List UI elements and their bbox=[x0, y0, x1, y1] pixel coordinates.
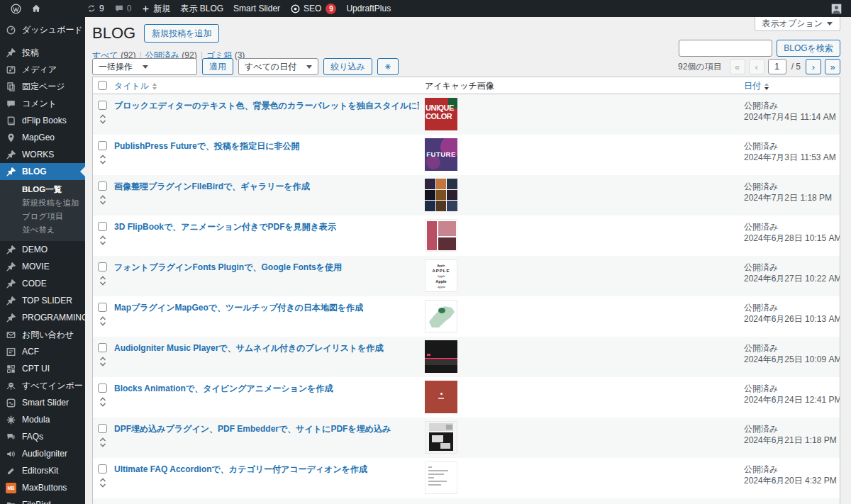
screen-options-button[interactable]: 表示オプション bbox=[755, 17, 840, 31]
featured-image-faq-text[interactable] bbox=[425, 461, 457, 494]
last-page-button[interactable]: » bbox=[825, 59, 840, 74]
sort-handle-icon[interactable] bbox=[99, 113, 107, 125]
sidebar-item-audioigniter[interactable]: AudioIgniter bbox=[0, 445, 85, 462]
sort-handle-icon[interactable] bbox=[99, 154, 107, 165]
row-checkbox[interactable] bbox=[98, 464, 107, 474]
adminbar-smart-slider[interactable]: Smart Slider bbox=[228, 0, 285, 17]
sidebar-item-posts[interactable]: 投稿 bbox=[0, 44, 85, 61]
submenu-item-reorder[interactable]: 並べ替え bbox=[0, 223, 85, 237]
row-checkbox[interactable] bbox=[98, 424, 107, 433]
post-title-link[interactable]: 3D FlipBookで、アニメーション付きでPDFを見開き表示 bbox=[114, 221, 336, 233]
sidebar-item-smart-slider[interactable]: Smart Slider bbox=[0, 394, 85, 411]
sidebar-item-editorskit[interactable]: EditorsKit bbox=[0, 462, 85, 479]
search-input[interactable] bbox=[679, 40, 772, 57]
post-title-link[interactable]: AudioIgniter Music Playerで、サムネイル付きのプレイリス… bbox=[114, 342, 384, 354]
sort-handle-icon[interactable] bbox=[99, 437, 107, 448]
submenu-item-blog-list[interactable]: BLOG一覧 bbox=[0, 183, 85, 196]
post-title-link[interactable]: フォントプラグインFonts Pluginで、Google Fontsを使用 bbox=[114, 262, 342, 274]
sidebar-item-demo[interactable]: DEMO bbox=[0, 241, 85, 258]
wordpress-logo-icon[interactable] bbox=[6, 0, 26, 17]
filter-button[interactable]: 絞り込み bbox=[323, 58, 372, 75]
search-button[interactable]: BLOGを検索 bbox=[777, 40, 840, 57]
row-checkbox[interactable] bbox=[98, 101, 107, 110]
sidebar-item-programming[interactable]: PROGRAMMING bbox=[0, 309, 85, 326]
post-title-link[interactable]: Ultimate FAQ Accordionで、カテゴリー付アコーディオンを作成 bbox=[114, 464, 367, 476]
sidebar-item-comments[interactable]: コメント bbox=[0, 95, 85, 112]
row-checkbox[interactable] bbox=[98, 262, 107, 271]
row-checkbox[interactable] bbox=[98, 343, 107, 352]
featured-image-pdf-viewer[interactable] bbox=[425, 421, 457, 454]
sidebar-item-filebird[interactable]: FileBird bbox=[0, 496, 85, 504]
date-filter-select[interactable]: すべての日付 bbox=[238, 58, 318, 75]
post-title-link[interactable]: 画像整理プラグインFileBirdで、ギャラリーを作成 bbox=[114, 181, 310, 193]
sort-handle-icon[interactable] bbox=[99, 477, 107, 488]
sort-handle-icon[interactable] bbox=[99, 315, 107, 327]
post-title-link[interactable]: DPF埋め込みプラグイン、PDF Embedderで、サイトにPDFを埋め込み bbox=[114, 423, 391, 435]
post-title-link[interactable]: Blocks Animationで、タイピングアニメーションを作成 bbox=[114, 383, 333, 395]
post-title-link[interactable]: MapプラグインMapGeoで、ツールチップ付きの日本地図を作成 bbox=[114, 302, 363, 314]
pages-icon bbox=[6, 82, 16, 92]
sidebar-item-cpt-ui[interactable]: CPT UI bbox=[0, 360, 85, 377]
sidebar-item-code[interactable]: CODE bbox=[0, 275, 85, 292]
sort-handle-icon[interactable] bbox=[99, 275, 107, 286]
adminbar-updates[interactable]: 9 bbox=[82, 0, 109, 17]
sidebar-item-contact[interactable]: お問い合わせ bbox=[0, 326, 85, 343]
current-page-input[interactable] bbox=[768, 59, 786, 74]
featured-image-typing-animation[interactable] bbox=[425, 381, 457, 413]
submenu-item-add-new[interactable]: 新規投稿を追加 bbox=[0, 196, 85, 210]
sort-by-title[interactable]: タイトル bbox=[114, 80, 157, 92]
post-title-link[interactable]: ブロックエディターのテキスト色、背景色のカラーパレットを独自スタイルに変更 bbox=[114, 100, 419, 112]
plus-icon bbox=[141, 4, 150, 13]
table-row: Blocks Animationで、タイピングアニメーションを作成 公開済み 2… bbox=[93, 377, 840, 418]
row-checkbox[interactable] bbox=[98, 383, 107, 393]
select-all-checkbox[interactable] bbox=[98, 81, 107, 90]
sidebar-item-mapgeo[interactable]: MapGeo bbox=[0, 129, 85, 146]
adminbar-comments[interactable]: 0 bbox=[109, 0, 137, 17]
featured-image-japan-map[interactable] bbox=[425, 300, 457, 332]
sidebar-item-movie[interactable]: MOVIE bbox=[0, 258, 85, 275]
post-title-link[interactable]: PublishPress Futureで、投稿を指定日に非公開 bbox=[114, 140, 300, 152]
row-checkbox[interactable] bbox=[98, 303, 107, 312]
sort-handle-icon[interactable] bbox=[99, 194, 107, 206]
featured-image-unique-color[interactable]: UNIQUECOLOR bbox=[425, 98, 457, 130]
prev-page-button[interactable]: ‹ bbox=[749, 59, 764, 74]
sidebar-item-maxbuttons[interactable]: MBMaxButtons bbox=[0, 479, 85, 496]
featured-image-gallery-grid[interactable] bbox=[425, 179, 457, 211]
row-checkbox[interactable] bbox=[98, 181, 107, 191]
settings-button[interactable] bbox=[377, 58, 399, 75]
sidebar-item-media[interactable]: メディア bbox=[0, 61, 85, 78]
next-page-button[interactable]: › bbox=[806, 59, 821, 74]
featured-image-future[interactable]: FUTURE bbox=[425, 138, 457, 171]
sort-by-date[interactable]: 日付 bbox=[744, 80, 769, 92]
sidebar-item-dflip-books[interactable]: dFlip Books bbox=[0, 112, 85, 129]
add-new-post-button[interactable]: 新規投稿を追加 bbox=[144, 24, 219, 43]
home-icon[interactable] bbox=[26, 0, 46, 17]
sort-handle-icon[interactable] bbox=[99, 396, 107, 408]
adminbar-seo[interactable]: SEO 9 bbox=[285, 0, 341, 17]
adminbar-view-blog[interactable]: 表示 BLOG bbox=[175, 0, 228, 17]
sidebar-item-pages[interactable]: 固定ページ bbox=[0, 78, 85, 95]
sidebar-item-dashboard[interactable]: ダッシュボード bbox=[0, 21, 85, 38]
adminbar-updraftplus[interactable]: UpdraftPlus bbox=[341, 0, 396, 17]
sidebar-item-label: コメント bbox=[22, 98, 57, 110]
sidebar-item-blog[interactable]: BLOG bbox=[0, 163, 85, 180]
bulk-actions-select[interactable]: 一括操作 bbox=[92, 58, 197, 75]
submenu-item-blog-terms[interactable]: ブログ項目 bbox=[0, 210, 85, 223]
adminbar-account[interactable] bbox=[828, 3, 845, 15]
sidebar-item-top-slider[interactable]: TOP SLIDER bbox=[0, 292, 85, 309]
sort-handle-icon[interactable] bbox=[99, 356, 107, 367]
featured-image-photo-collage[interactable] bbox=[425, 219, 457, 252]
row-checkbox[interactable] bbox=[98, 141, 107, 150]
sidebar-item-import-all[interactable]: すべてインポート bbox=[0, 377, 85, 394]
sort-handle-icon[interactable] bbox=[99, 235, 107, 246]
sidebar-item-acf[interactable]: ACF bbox=[0, 343, 85, 360]
first-page-button[interactable]: « bbox=[730, 59, 745, 74]
adminbar-new[interactable]: 新規 bbox=[136, 0, 175, 17]
sidebar-item-works[interactable]: WORKS bbox=[0, 146, 85, 163]
featured-image-music-player[interactable] bbox=[425, 340, 457, 373]
apply-button[interactable]: 適用 bbox=[202, 58, 233, 75]
row-checkbox[interactable] bbox=[98, 222, 107, 231]
featured-image-font-samples[interactable]: AppleAPPLEAppleAppleApple bbox=[425, 259, 457, 292]
sidebar-item-faqs[interactable]: FAQs bbox=[0, 428, 85, 445]
sidebar-item-modula[interactable]: Modula bbox=[0, 411, 85, 428]
